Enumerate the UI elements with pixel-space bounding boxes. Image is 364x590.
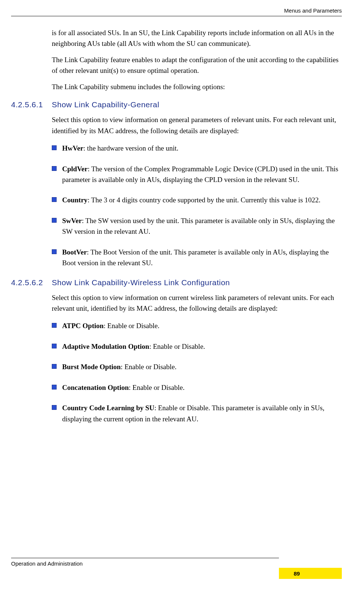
bullet-icon	[52, 344, 57, 348]
section-heading-2: 4.2.5.6.2 Show Link Capability-Wireless …	[11, 278, 342, 287]
desc: : Enable or Disable.	[129, 384, 185, 391]
term: Concatenation Option	[62, 384, 129, 391]
desc: : The 3 or 4 digits country code support…	[88, 196, 321, 204]
page-number: 89	[294, 570, 300, 577]
section-number: 4.2.5.6.2	[11, 278, 52, 287]
section2-intro: Select this option to view information o…	[52, 292, 342, 314]
term: CpldVer	[62, 165, 88, 173]
desc: : The SW version used by the unit. This …	[62, 217, 335, 235]
desc: : The Boot Version of the unit. This par…	[62, 248, 329, 267]
header-chapter: Menus and Parameters	[11, 7, 342, 14]
list-item: BootVer: The Boot Version of the unit. T…	[52, 247, 342, 269]
list-item: Country Code Learning by SU: Enable or D…	[52, 402, 342, 424]
term: Country Code Learning by SU	[62, 404, 154, 412]
bullet-icon	[52, 364, 57, 369]
bullet-icon	[52, 249, 57, 254]
term: BootVer	[62, 248, 87, 256]
desc: : Enable or Disable.	[121, 363, 176, 371]
section-title: Show Link Capability-General	[52, 100, 159, 109]
desc: : Enable or Disable.	[104, 322, 159, 330]
list-item: Concatenation Option: Enable or Disable.	[52, 382, 342, 393]
bullet-icon	[52, 218, 57, 223]
term: Country	[62, 196, 88, 204]
footer-doc-title: Operation and Administration	[11, 560, 82, 567]
bullet-icon	[52, 385, 57, 390]
intro-paragraph-2: The Link Capability feature enables to a…	[52, 54, 342, 76]
desc: : The version of the Complex Programmabl…	[62, 165, 338, 183]
list-item: HwVer: the hardware version of the unit.	[52, 143, 342, 154]
page-number-strip: 89	[279, 568, 342, 579]
term: Burst Mode Option	[62, 363, 121, 371]
section1-intro: Select this option to view information o…	[52, 114, 342, 136]
list-item: Burst Mode Option: Enable or Disable.	[52, 361, 342, 372]
bullet-icon	[52, 197, 57, 202]
section-number: 4.2.5.6.1	[11, 100, 52, 109]
section2-list: ATPC Option: Enable or Disable. Adaptive…	[52, 320, 342, 424]
header-rule	[11, 16, 342, 16]
list-item: Adaptive Modulation Option: Enable or Di…	[52, 341, 342, 352]
term: Adaptive Modulation Option	[62, 343, 149, 350]
term: ATPC Option	[62, 322, 104, 330]
list-item: CpldVer: The version of the Complex Prog…	[52, 163, 342, 185]
intro-paragraph-3: The Link Capability submenu includes the…	[52, 81, 342, 92]
bullet-icon	[52, 405, 57, 410]
list-item: SwVer: The SW version used by the unit. …	[52, 215, 342, 237]
bullet-icon	[52, 166, 57, 171]
list-item: Country: The 3 or 4 digits country code …	[52, 195, 342, 205]
section-title: Show Link Capability-Wireless Link Confi…	[52, 278, 230, 287]
section1-list: HwVer: the hardware version of the unit.…	[52, 143, 342, 269]
desc: : the hardware version of the unit.	[83, 144, 178, 152]
term: HwVer	[62, 144, 83, 152]
desc: : Enable or Disable.	[149, 343, 205, 350]
term: SwVer	[62, 217, 82, 225]
footer-rule	[11, 558, 279, 558]
bullet-icon	[52, 323, 57, 328]
intro-paragraph-1: is for all associated SUs. In an SU, the…	[52, 27, 342, 49]
page-footer: Operation and Administration 89	[11, 558, 342, 579]
bullet-icon	[52, 145, 57, 150]
section-heading-1: 4.2.5.6.1 Show Link Capability-General	[11, 100, 342, 109]
list-item: ATPC Option: Enable or Disable.	[52, 320, 342, 331]
